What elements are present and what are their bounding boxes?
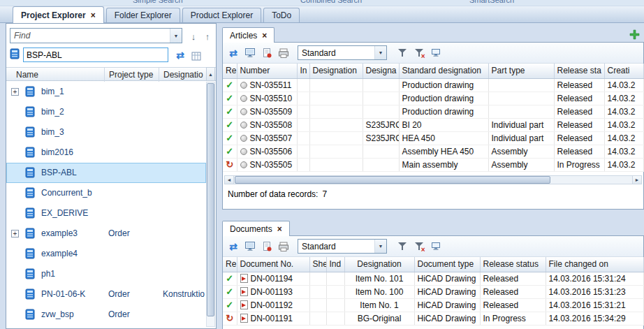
view-combobox[interactable]: Standard ▼: [298, 239, 387, 254]
sort-ascending-icon[interactable]: ↑: [201, 30, 214, 43]
articles-hscrollbar[interactable]: ◄ ►: [224, 175, 642, 184]
close-icon[interactable]: ×: [91, 11, 96, 20]
column-header-creation[interactable]: Creati: [604, 64, 643, 78]
tree-item-bim-2[interactable]: bim_2: [6, 102, 206, 122]
article-row[interactable]: ✓ SN-035508 S235JRG2 BI 20 Individual pa…: [223, 118, 643, 131]
find-combobox[interactable]: ▼: [10, 28, 182, 43]
tab-articles[interactable]: Articles ×: [222, 27, 275, 43]
article-row[interactable]: ✓ SN-035506 Assembly HEA 450 Assembly Re…: [223, 145, 643, 158]
tree-item-concurrent-b[interactable]: Concurrent_b: [6, 183, 206, 203]
article-row[interactable]: ✓ SN-035511 Production drawing Released …: [223, 78, 643, 92]
chevron-down-icon: ▼: [379, 50, 383, 55]
ribbon-smartsearch[interactable]: SmartSearch: [469, 0, 514, 4]
column-header-part-type[interactable]: Part type: [488, 64, 554, 78]
refresh-icon[interactable]: ⇄: [174, 49, 186, 61]
tree-item-bsp-abl-selected[interactable]: BSP-ABL: [6, 163, 206, 183]
column-header-sheet[interactable]: She: [309, 257, 326, 272]
column-header-index[interactable]: Ind: [326, 257, 344, 272]
documents-section: Documents × ⇄ Standard ▼ ×: [222, 220, 644, 329]
document-row[interactable]: ✓ DN-001192 Item No. 1 HiCAD Drawing Rel…: [223, 298, 643, 312]
combo-dropdown-button[interactable]: ▼: [374, 46, 386, 59]
hscrollbar-thumb[interactable]: [235, 176, 550, 184]
scroll-right-button[interactable]: ►: [632, 176, 641, 184]
filter-icon[interactable]: [395, 240, 409, 254]
tree-item-ex-derive[interactable]: EX_DERIVE: [6, 203, 206, 224]
column-header-standard-designation[interactable]: Standard designation: [399, 64, 488, 78]
tab-folder-explorer[interactable]: Folder Explorer: [106, 8, 180, 22]
article-row[interactable]: ✓ SN-035509 Production drawing Released …: [223, 105, 643, 118]
column-header-designation[interactable]: Designatio: [159, 68, 203, 82]
released-status-icon: ✓: [226, 286, 233, 297]
tree-item-ph1[interactable]: ph1: [6, 264, 206, 284]
expand-icon[interactable]: +: [11, 230, 19, 237]
column-settings-icon[interactable]: [190, 50, 203, 62]
print-icon[interactable]: [277, 240, 291, 254]
article-row[interactable]: ✓ SN-035507 S235JRG2 HEA 450 Individual …: [223, 131, 643, 145]
article-row[interactable]: ✓ SN-035510 Production drawing Released …: [223, 92, 643, 105]
clear-filter-icon[interactable]: ×: [412, 240, 426, 254]
close-icon[interactable]: ×: [277, 225, 282, 233]
combo-dropdown-button[interactable]: ▼: [374, 240, 386, 253]
tree-item-bim-1[interactable]: + bim_1: [6, 82, 206, 102]
expand-icon[interactable]: +: [11, 88, 19, 96]
export-icon[interactable]: [260, 240, 274, 254]
tree-item-example4[interactable]: example4: [6, 244, 206, 264]
close-icon[interactable]: ×: [262, 31, 267, 40]
document-row[interactable]: ✓ DN-001194 Item No. 101 HiCAD Drawing R…: [223, 272, 643, 285]
view-combobox[interactable]: Standard ▼: [298, 45, 387, 60]
column-header-in[interactable]: In: [297, 64, 309, 78]
column-header-document-type[interactable]: Document type: [414, 257, 480, 272]
column-header-designation[interactable]: Designation: [344, 257, 414, 272]
article-row[interactable]: ↻ SN-035505 Main assembly Assembly In Pr…: [223, 158, 643, 171]
preview-icon[interactable]: [243, 46, 257, 60]
column-header-number[interactable]: Number: [237, 64, 297, 78]
column-header-file-changed[interactable]: File changed on: [546, 257, 643, 272]
column-header-document-no[interactable]: Document No.: [237, 257, 309, 272]
tab-product-explorer[interactable]: Product Explorer: [182, 8, 261, 22]
find-input[interactable]: [10, 29, 170, 43]
articles-panel: ⇄ Standard ▼ × Re Num: [222, 42, 644, 210]
project-icon: [10, 48, 20, 59]
document-row[interactable]: ✓ DN-001193 Item No. 100 HiCAD Drawing R…: [223, 285, 643, 298]
tree-item-zvw-bsp[interactable]: zvw_bsp Order: [6, 305, 206, 325]
ribbon-simple-search[interactable]: Simple Search: [133, 0, 183, 4]
scroll-up-button[interactable]: ▲: [206, 67, 215, 81]
print-icon[interactable]: [277, 46, 291, 60]
refresh-icon[interactable]: ⇄: [226, 46, 240, 60]
articles-toolbar: ⇄ Standard ▼ ×: [223, 43, 643, 64]
filter-settings-icon[interactable]: [429, 240, 443, 254]
clear-filter-icon[interactable]: ×: [412, 46, 426, 60]
search-input[interactable]: [23, 47, 168, 62]
preview-icon[interactable]: [243, 240, 257, 254]
tab-todo[interactable]: ToDo: [263, 8, 300, 22]
export-icon[interactable]: [260, 46, 274, 60]
project-icon: [25, 228, 35, 239]
tree-item-bim-3[interactable]: bim_3: [6, 122, 206, 142]
ribbon-combined-search[interactable]: Combined Search: [300, 0, 362, 4]
column-header-release-status[interactable]: Release status: [480, 257, 546, 272]
column-header-re[interactable]: Re: [223, 64, 237, 78]
add-article-button[interactable]: [629, 29, 641, 41]
tab-project-explorer[interactable]: Project Explorer ×: [13, 6, 104, 23]
tree-item-example3[interactable]: + example3 Order: [6, 224, 206, 244]
column-header-designation[interactable]: Designation: [309, 64, 363, 78]
scroll-left-button[interactable]: ◄: [225, 176, 234, 184]
tree-item-pn-01-06-k[interactable]: PN-01-06-K Order Konstruktion: [6, 284, 206, 305]
column-header-re[interactable]: Re: [223, 257, 237, 272]
column-header-designa[interactable]: Designa: [363, 64, 399, 78]
tree-scrollbar[interactable]: [206, 82, 215, 327]
combo-dropdown-button[interactable]: ▼: [170, 29, 182, 43]
document-row[interactable]: ↻ DN-001191 BG-Original HiCAD Drawing In…: [223, 312, 643, 325]
released-status-icon: ✓: [226, 146, 233, 156]
column-header-release-status[interactable]: Release sta: [554, 64, 604, 78]
filter-icon[interactable]: [395, 46, 409, 60]
filter-settings-icon[interactable]: [429, 46, 443, 60]
tab-documents[interactable]: Documents ×: [222, 221, 290, 236]
sort-descending-icon[interactable]: ↓: [187, 30, 200, 43]
column-header-project-type[interactable]: Project type: [104, 68, 153, 82]
tree-scrollbar-thumb[interactable]: [207, 83, 214, 316]
part-icon: [240, 148, 247, 155]
refresh-icon[interactable]: ⇄: [226, 240, 240, 254]
column-header-name[interactable]: Name: [16, 68, 38, 82]
tree-item-bim2016[interactable]: bim2016: [6, 142, 206, 163]
